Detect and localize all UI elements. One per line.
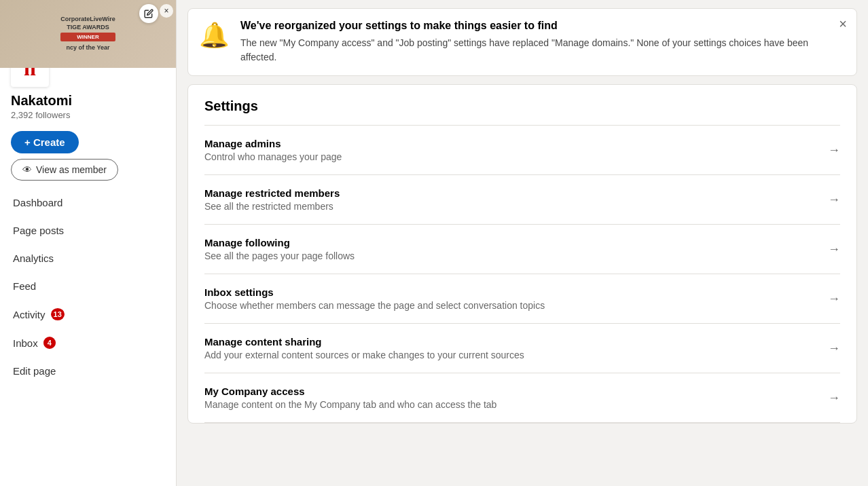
company-name: Nakatomi [11, 92, 165, 109]
sidebar-nav-label: Page posts [13, 225, 64, 236]
settings-item-text: Manage restricted membersSee all the res… [204, 187, 340, 212]
notification-title: We've reorganized your settings to make … [240, 20, 843, 32]
sidebar-nav-label: Inbox [13, 337, 38, 349]
settings-item-text: Inbox settingsChoose whether members can… [204, 286, 545, 311]
view-as-member-button[interactable]: 👁 View as member [11, 159, 118, 181]
view-as-member-label: View as member [36, 164, 107, 175]
sidebar-nav-label: Feed [13, 280, 36, 292]
settings-item-description: Choose whether members can message the p… [204, 300, 545, 311]
nav-badge: 4 [43, 337, 56, 349]
settings-item-text: Manage followingSee all the pages your p… [204, 237, 355, 261]
banner-award-text3: ncy of the Year [60, 44, 115, 52]
notification-banner: 🔔 We've reorganized your settings to mak… [187, 8, 857, 76]
banner-award-text2: TIGE AWARDS [60, 24, 115, 32]
settings-item-heading: Inbox settings [204, 286, 545, 298]
notification-body: The new "My Company access" and "Job pos… [240, 36, 843, 64]
sidebar-nav-label: Activity [13, 309, 46, 320]
settings-item-heading: My Company access [204, 386, 496, 397]
settings-item-text: Manage adminsControl who manages your pa… [204, 138, 342, 162]
settings-list: Manage adminsControl who manages your pa… [204, 125, 840, 423]
chevron-right-icon: → [828, 242, 840, 257]
create-button[interactable]: + Create [11, 131, 79, 153]
sidebar-nav-label: Edit page [13, 365, 56, 377]
notification-text: We've reorganized your settings to make … [240, 20, 843, 64]
sidebar-nav: DashboardPage postsAnalyticsFeedActivity… [0, 189, 176, 385]
sidebar-nav-item-inbox[interactable]: Inbox4 [0, 329, 176, 357]
chevron-right-icon: → [828, 292, 840, 306]
banner-award-text: CorporateLiveWire [60, 16, 115, 24]
edit-banner-icon[interactable] [139, 4, 158, 23]
settings-item[interactable]: Manage restricted membersSee all the res… [204, 174, 840, 224]
sidebar-nav-label: Analytics [13, 253, 54, 264]
sidebar-nav-item-analytics[interactable]: Analytics [0, 244, 176, 272]
chevron-right-icon: → [828, 193, 840, 207]
settings-item-description: See all the restricted members [204, 201, 340, 212]
settings-item[interactable]: My Company accessManage content on the M… [204, 373, 840, 423]
eye-icon: 👁 [22, 164, 32, 175]
settings-item-heading: Manage admins [204, 138, 342, 149]
chevron-right-icon: → [828, 391, 840, 405]
sidebar-nav-label: Dashboard [13, 197, 62, 208]
settings-item-text: Manage content sharingAdd your external … [204, 336, 524, 360]
banner-award-badge: WINNER [60, 33, 115, 41]
settings-item-text: My Company accessManage content on the M… [204, 386, 496, 410]
settings-item-heading: Manage restricted members [204, 187, 340, 199]
sidebar-actions: + Create 👁 View as member [0, 126, 176, 189]
settings-item[interactable]: Manage content sharingAdd your external … [204, 323, 840, 373]
settings-item-description: See all the pages your page follows [204, 250, 355, 261]
chevron-right-icon: → [828, 341, 840, 356]
sidebar-nav-item-page-posts[interactable]: Page posts [0, 217, 176, 244]
settings-panel: Settings Manage adminsControl who manage… [187, 84, 857, 424]
close-banner-button[interactable]: × [160, 4, 173, 18]
sidebar: CorporateLiveWire TIGE AWARDS WINNER ncy… [0, 0, 177, 486]
sidebar-nav-item-edit-page[interactable]: Edit page [0, 357, 176, 385]
chevron-right-icon: → [828, 143, 840, 157]
sidebar-banner: CorporateLiveWire TIGE AWARDS WINNER ncy… [0, 0, 176, 68]
main-content: 🔔 We've reorganized your settings to mak… [177, 0, 868, 486]
sidebar-nav-item-activity[interactable]: Activity13 [0, 300, 176, 329]
settings-item-description: Manage content on the My Company tab and… [204, 399, 496, 410]
sidebar-company-info: Nakatomi 2,392 followers [0, 92, 176, 126]
settings-item[interactable]: Inbox settingsChoose whether members can… [204, 274, 840, 323]
sidebar-nav-item-dashboard[interactable]: Dashboard [0, 189, 176, 217]
settings-item-heading: Manage following [204, 237, 355, 248]
settings-item-description: Add your external content sources or mak… [204, 350, 524, 360]
sidebar-nav-item-feed[interactable]: Feed [0, 272, 176, 300]
settings-item-heading: Manage content sharing [204, 336, 524, 348]
nav-badge: 13 [51, 308, 65, 320]
close-notification-button[interactable]: × [839, 17, 847, 31]
settings-title: Settings [204, 98, 840, 114]
settings-item[interactable]: Manage followingSee all the pages your p… [204, 224, 840, 274]
settings-item-description: Control who manages your page [204, 151, 342, 162]
company-followers: 2,392 followers [11, 110, 165, 120]
bell-icon: 🔔 [199, 21, 230, 50]
settings-item[interactable]: Manage adminsControl who manages your pa… [204, 125, 840, 174]
